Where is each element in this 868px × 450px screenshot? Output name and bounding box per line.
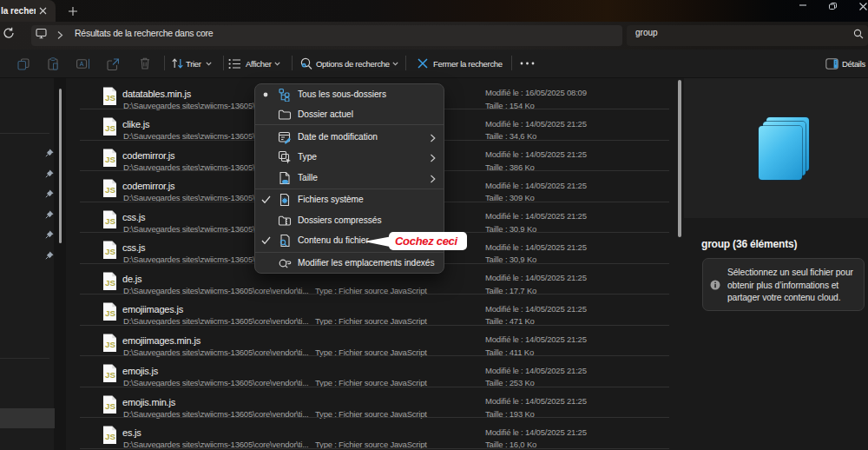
svg-text:JS: JS xyxy=(104,308,115,318)
svg-text:JS: JS xyxy=(104,370,115,380)
svg-text:JS: JS xyxy=(104,340,115,349)
svg-text:JS: JS xyxy=(104,278,115,288)
svg-text:JS: JS xyxy=(104,401,115,411)
svg-text:JS: JS xyxy=(104,93,115,103)
svg-text:JS: JS xyxy=(104,216,115,226)
svg-text:JS: JS xyxy=(104,123,115,133)
svg-text:JS: JS xyxy=(104,432,115,441)
svg-text:JS: JS xyxy=(104,247,115,256)
svg-text:JS: JS xyxy=(104,155,115,164)
svg-text:JS: JS xyxy=(104,185,115,195)
